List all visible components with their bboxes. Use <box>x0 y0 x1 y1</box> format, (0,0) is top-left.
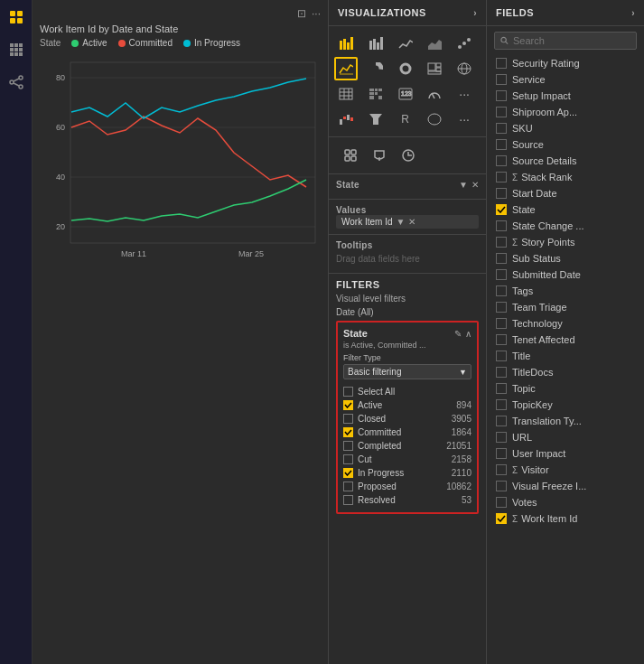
field-item[interactable]: Sub Status <box>487 250 644 267</box>
viz-icon-globe[interactable] <box>423 108 446 131</box>
field-item[interactable]: State Change ... <box>487 218 644 234</box>
viz-icon-map[interactable] <box>453 57 476 80</box>
viz-icon-funnel[interactable] <box>364 108 387 131</box>
field-item[interactable]: Title <box>487 348 644 364</box>
sidebar-icon-report[interactable] <box>6 7 26 27</box>
field-item-checkbox[interactable] <box>496 204 507 215</box>
field-item[interactable]: ΣVisitor <box>487 462 644 478</box>
filter-item[interactable]: Cut2158 <box>343 453 471 466</box>
axis-close-icon[interactable]: ✕ <box>471 180 479 190</box>
field-item[interactable]: User Impact <box>487 445 644 462</box>
field-item-checkbox[interactable] <box>496 188 507 199</box>
viz-icon-treemap[interactable] <box>423 57 446 80</box>
field-item-checkbox[interactable] <box>496 416 507 426</box>
viz-icon-table[interactable] <box>334 82 358 106</box>
viz-icon-pie[interactable] <box>364 57 387 80</box>
viz-icon-matrix[interactable] <box>364 82 387 106</box>
field-item[interactable]: SKU <box>487 120 644 136</box>
filter-item[interactable]: Committed1864 <box>343 426 471 439</box>
field-item[interactable]: Translation Ty... <box>487 413 644 429</box>
filter-checkbox[interactable] <box>343 454 353 464</box>
field-item-checkbox[interactable] <box>496 432 507 443</box>
field-item[interactable]: Technology <box>487 315 644 332</box>
focus-icon[interactable]: ⊡ <box>297 7 306 20</box>
viz-icon-more2[interactable]: ··· <box>453 108 476 131</box>
field-item[interactable]: State <box>487 201 644 218</box>
more-icon[interactable]: ··· <box>312 7 321 20</box>
field-item[interactable]: Topic <box>487 380 644 397</box>
field-item[interactable]: ΣStack Rank <box>487 169 644 185</box>
field-item[interactable]: Shiproom Ap... <box>487 104 644 120</box>
field-item-checkbox[interactable] <box>496 481 507 491</box>
field-item-checkbox[interactable] <box>496 58 507 69</box>
field-item[interactable]: ΣWork Item Id <box>487 510 644 527</box>
filter-item[interactable]: Active894 <box>343 398 471 412</box>
viz-icon-waterfall[interactable] <box>334 108 358 131</box>
field-item[interactable]: TopicKey <box>487 397 644 413</box>
field-item-checkbox[interactable] <box>496 497 507 508</box>
field-item[interactable]: Votes <box>487 494 644 510</box>
field-item-checkbox[interactable] <box>496 285 507 296</box>
state-filter-collapse[interactable]: ∧ <box>465 329 471 339</box>
viz-icon-gauge[interactable] <box>423 82 446 106</box>
viz-format-icon[interactable] <box>338 143 363 168</box>
field-item-checkbox[interactable] <box>496 172 507 182</box>
state-filter-pencil[interactable]: ✎ <box>454 329 462 339</box>
field-item-checkbox[interactable] <box>496 513 507 524</box>
viz-analytics-icon[interactable] <box>396 143 421 168</box>
field-item-checkbox[interactable] <box>496 351 507 361</box>
values-chip-close[interactable]: ✕ <box>408 217 415 227</box>
viz-icon-card[interactable]: 123 <box>394 82 417 106</box>
filter-item[interactable]: Proposed10862 <box>343 480 471 493</box>
field-item[interactable]: Service <box>487 71 644 88</box>
filter-item[interactable]: Select All <box>343 385 471 398</box>
axis-dropdown-icon[interactable]: ▼ <box>459 180 468 190</box>
filter-checkbox[interactable] <box>343 414 353 424</box>
field-item-checkbox[interactable] <box>496 107 507 117</box>
field-item-checkbox[interactable] <box>496 155 507 166</box>
field-item-checkbox[interactable] <box>496 269 507 280</box>
filter-checkbox[interactable] <box>343 427 353 437</box>
field-item-checkbox[interactable] <box>496 383 507 394</box>
viz-icon-bar2[interactable] <box>364 32 387 55</box>
field-item[interactable]: Security Rating <box>487 55 644 71</box>
filter-type-select[interactable]: Basic filtering ▼ <box>343 364 471 379</box>
filter-checkbox[interactable] <box>343 495 353 505</box>
field-item[interactable]: ΣStory Points <box>487 234 644 250</box>
field-item[interactable]: URL <box>487 429 644 445</box>
viz-icon-custom[interactable]: R <box>394 108 417 131</box>
values-chip-remove[interactable]: ▼ <box>397 217 406 227</box>
field-item[interactable]: Source <box>487 136 644 153</box>
field-item-checkbox[interactable] <box>496 334 507 345</box>
viz-paint-icon[interactable] <box>367 143 392 168</box>
filter-checkbox[interactable] <box>343 400 353 410</box>
filter-item[interactable]: Resolved53 <box>343 493 471 507</box>
filter-item[interactable]: Closed3905 <box>343 412 471 426</box>
field-item-checkbox[interactable] <box>496 90 507 101</box>
date-chip[interactable]: Date (All) <box>336 307 479 317</box>
field-item[interactable]: Setup Impact <box>487 88 644 104</box>
fields-expand-icon[interactable]: › <box>631 8 635 18</box>
fields-search-input[interactable] <box>513 35 630 46</box>
viz-icon-bar[interactable] <box>334 32 358 55</box>
filter-checkbox[interactable] <box>343 468 353 478</box>
viz-icon-donut[interactable] <box>394 57 417 80</box>
field-item[interactable]: Visual Freeze I... <box>487 478 644 494</box>
field-item-checkbox[interactable] <box>496 399 507 410</box>
field-item-checkbox[interactable] <box>496 318 507 329</box>
field-item[interactable]: Start Date <box>487 185 644 201</box>
field-item[interactable]: Team Triage <box>487 299 644 315</box>
field-item-checkbox[interactable] <box>496 139 507 150</box>
filter-item[interactable]: In Progress2110 <box>343 466 471 480</box>
viz-icon-area[interactable] <box>423 32 446 55</box>
field-item-checkbox[interactable] <box>496 237 507 248</box>
field-item[interactable]: TitleDocs <box>487 364 644 380</box>
field-item[interactable]: Source Details <box>487 153 644 169</box>
filter-checkbox[interactable] <box>343 387 353 397</box>
field-item-checkbox[interactable] <box>496 220 507 231</box>
field-item[interactable]: Tags <box>487 283 644 299</box>
field-item[interactable]: Submitted Date <box>487 267 644 283</box>
field-item-checkbox[interactable] <box>496 74 507 85</box>
field-item-checkbox[interactable] <box>496 302 507 313</box>
field-item-checkbox[interactable] <box>496 123 507 134</box>
